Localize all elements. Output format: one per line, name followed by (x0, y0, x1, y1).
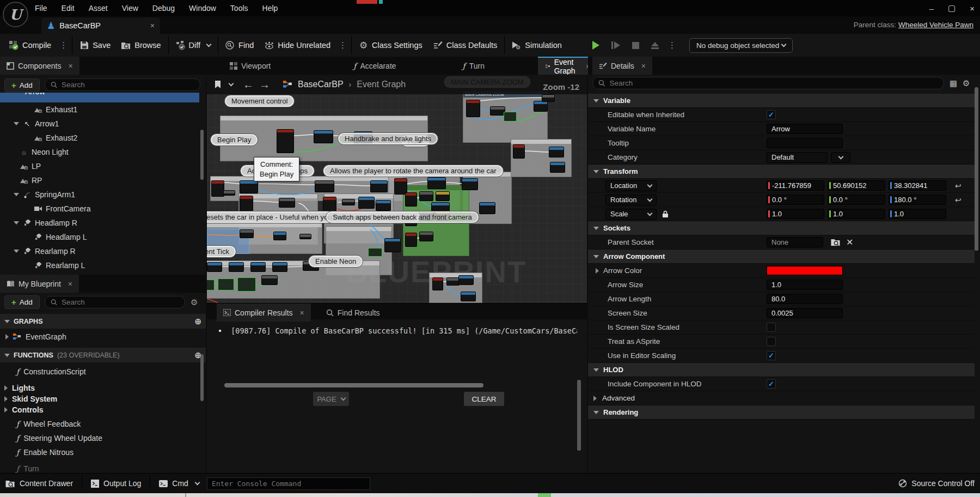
browse-button[interactable]: Browse (117, 38, 166, 53)
details-close-icon[interactable]: × (641, 62, 646, 70)
row-advanced[interactable]: Advanced (588, 391, 975, 405)
breadcrumb-root[interactable]: BaseCarBP (298, 80, 344, 89)
tree-row-selected-arrow[interactable]: Arrow (0, 93, 199, 102)
tab-turn[interactable]: ƒ Turn (455, 57, 492, 75)
tree-row[interactable]: Rearlamp R (0, 244, 199, 258)
forward-arrow-icon[interactable]: → (259, 78, 270, 91)
class-settings-button[interactable]: ⚙ Class Settings (354, 38, 427, 53)
compiler-hscrollbar[interactable] (224, 383, 483, 387)
details-search-input[interactable] (610, 79, 938, 87)
parent-class-link[interactable]: Wheeled Vehicle Pawn (898, 21, 973, 29)
myblueprint-close-icon[interactable]: × (68, 280, 72, 288)
category-chevron-button[interactable] (831, 152, 850, 163)
hide-unrelated-options-icon[interactable]: ⋮ (336, 40, 349, 50)
hide-unrelated-button[interactable]: Hide Unrelated (260, 38, 335, 53)
comment-bubble-enable-neon[interactable]: Enable Neon (308, 255, 363, 268)
menu-view[interactable]: View (122, 4, 138, 13)
output-log-button[interactable]: Output Log (91, 479, 141, 488)
menu-file[interactable]: File (35, 4, 47, 13)
tab-details[interactable]: Details × (592, 57, 652, 75)
rotation-dropdown[interactable]: Rotation (605, 195, 657, 205)
compile-options-icon[interactable]: ⋮ (57, 40, 70, 50)
clear-button[interactable]: CLEAR (464, 392, 504, 406)
section-sockets[interactable]: Sockets (588, 221, 975, 235)
menu-debug[interactable]: Debug (152, 4, 175, 13)
compiler-vscrollbar[interactable] (577, 380, 581, 451)
scale-x-field[interactable]: 1.0 (767, 209, 824, 219)
bookmark-chevron-icon[interactable] (229, 81, 234, 86)
variable-name-input[interactable]: Arrow (767, 124, 843, 134)
function-row[interactable]: ƒTurn (16, 464, 39, 473)
arrow-color-swatch[interactable] (767, 266, 843, 275)
content-drawer-button[interactable]: Content Drawer (5, 479, 73, 488)
socket-browse-icon[interactable] (831, 238, 841, 246)
play-options-icon[interactable]: ⋮ (666, 40, 678, 50)
components-close-icon[interactable]: × (68, 62, 72, 70)
diff-button[interactable]: Diff (171, 38, 216, 53)
back-arrow-icon[interactable]: ← (243, 78, 254, 91)
add-graph-icon[interactable]: ⊕ (194, 317, 201, 326)
location-z-field[interactable]: 38.302841 (889, 180, 946, 191)
tab-accelarate[interactable]: ƒ Accelarate (346, 57, 403, 75)
include-hlod-checkbox[interactable] (767, 379, 776, 389)
console-command-input[interactable] (207, 477, 370, 490)
details-scrollbar[interactable] (975, 87, 978, 251)
myblueprint-search[interactable] (45, 296, 185, 308)
components-search-input[interactable] (62, 81, 194, 89)
rotation-z-field[interactable]: 180.0 ° (889, 195, 946, 205)
save-button[interactable]: Save (75, 38, 115, 53)
category-dropdown[interactable]: Default (767, 152, 828, 163)
compile-button[interactable]: Compile (4, 38, 56, 53)
location-x-field[interactable]: -211.767859 (767, 180, 824, 191)
menu-help[interactable]: Help (262, 4, 278, 13)
find-button[interactable]: Find (220, 38, 259, 53)
details-search[interactable] (592, 77, 944, 89)
debug-object-dropdown[interactable]: No debug object selected (689, 38, 793, 53)
tree-row[interactable]: ↖Arrow1 (0, 117, 199, 131)
rotation-x-field[interactable]: 0.0 ° (767, 195, 824, 205)
tab-viewport[interactable]: Viewport (222, 57, 278, 75)
close-button[interactable]: × (970, 4, 975, 13)
comment-bubble-event-tick[interactable]: Event Tick (207, 245, 236, 258)
tree-row[interactable]: ☼Neon Light (0, 145, 199, 159)
tree-row[interactable]: RP (0, 173, 199, 187)
scale-y-field[interactable]: 1.0 (828, 209, 885, 219)
source-control-button[interactable]: Source Control Off (898, 479, 975, 488)
location-revert-icon[interactable]: ↩ (955, 181, 961, 190)
screen-size-input[interactable]: 0.0025 (767, 308, 843, 318)
bookmark-icon[interactable] (215, 81, 221, 89)
tree-row[interactable]: FrontCamera (0, 202, 199, 216)
tree-row[interactable]: Headlamp L (0, 230, 199, 244)
section-variable[interactable]: Variable (588, 94, 975, 108)
comment-bubble-begin-play[interactable]: Begin Play (210, 134, 258, 146)
page-dropdown[interactable]: PAGE (313, 392, 349, 406)
rotation-y-field[interactable]: 0.0 ° (828, 195, 885, 205)
asset-tab-close-icon[interactable]: × (150, 21, 155, 30)
tree-row[interactable]: Headlamp R (0, 216, 199, 230)
screen-size-scaled-checkbox[interactable] (767, 323, 776, 332)
components-add-button[interactable]: +Add (4, 78, 40, 92)
category-row[interactable]: Controls (4, 405, 44, 414)
eventgraph-row[interactable]: EventGraph (5, 332, 66, 341)
location-dropdown[interactable]: Location (605, 180, 657, 191)
comment-bubble-rotate-camera[interactable]: Allows the player to rotate the camera a… (323, 165, 504, 177)
comment-bubble-switch-camera[interactable]: Switch apps between back and front camer… (326, 211, 479, 223)
menu-tools[interactable]: Tools (230, 4, 248, 13)
arrow-length-input[interactable]: 80.0 (767, 294, 843, 304)
tab-components[interactable]: Components × (0, 57, 79, 75)
components-search[interactable] (45, 78, 200, 91)
comment-bubble-handbrake[interactable]: Handbrake and brake lights (338, 132, 438, 145)
treat-as-asprite-checkbox[interactable] (767, 337, 776, 346)
tab-compiler-results[interactable]: Compiler Results × (217, 304, 311, 322)
tree-row[interactable]: Exhaust2 (0, 131, 199, 145)
tab-basecarbp[interactable]: ♟ BaseCarBP × (41, 17, 160, 34)
rotation-revert-icon[interactable]: ↩ (955, 196, 961, 204)
tree-row[interactable]: Exhaust1 (0, 102, 199, 117)
tab-find-results[interactable]: Find Results (318, 304, 388, 322)
function-row[interactable]: ƒSteering Wheel Update (16, 434, 102, 443)
class-defaults-button[interactable]: Class Defaults (428, 38, 502, 53)
stop-button[interactable] (627, 39, 644, 52)
restore-button[interactable]: ▢ (948, 3, 955, 13)
menu-edit[interactable]: Edit (62, 4, 75, 13)
section-hlod[interactable]: HLOD (588, 363, 975, 377)
